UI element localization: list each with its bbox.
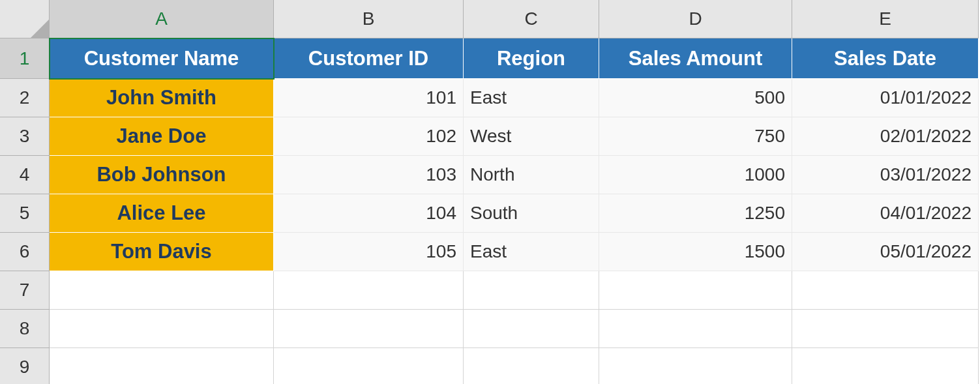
cell-a6[interactable]: Tom Davis: [50, 233, 274, 271]
cell-d8[interactable]: [599, 310, 792, 348]
cell-c5[interactable]: South: [464, 194, 599, 233]
cell-c6[interactable]: East: [464, 233, 599, 271]
cell-b7[interactable]: [274, 271, 464, 310]
cell-e7[interactable]: [792, 271, 979, 310]
row-header-3[interactable]: 3: [0, 117, 50, 156]
column-header-d[interactable]: D: [599, 0, 792, 38]
cell-e3[interactable]: 02/01/2022: [792, 117, 979, 156]
cell-b4[interactable]: 103: [274, 156, 464, 194]
cell-c8[interactable]: [464, 310, 599, 348]
cell-a9[interactable]: [50, 348, 274, 384]
cell-a1[interactable]: Customer Name: [50, 38, 274, 79]
cell-a4[interactable]: Bob Johnson: [50, 156, 274, 194]
select-all-corner[interactable]: [0, 0, 50, 38]
row-header-1[interactable]: 1: [0, 38, 50, 79]
cell-e6[interactable]: 05/01/2022: [792, 233, 979, 271]
row-header-7[interactable]: 7: [0, 271, 50, 310]
cell-a8[interactable]: [50, 310, 274, 348]
cell-b1[interactable]: Customer ID: [274, 38, 464, 79]
spreadsheet-grid: A B C D E 1 Customer Name Customer ID Re…: [0, 0, 980, 384]
row-header-6[interactable]: 6: [0, 233, 50, 271]
cell-c2[interactable]: East: [464, 79, 599, 117]
cell-a7[interactable]: [50, 271, 274, 310]
cell-b8[interactable]: [274, 310, 464, 348]
cell-b5[interactable]: 104: [274, 194, 464, 233]
cell-a2[interactable]: John Smith: [50, 79, 274, 117]
cell-d1[interactable]: Sales Amount: [599, 38, 792, 79]
column-header-c[interactable]: C: [464, 0, 599, 38]
cell-b6[interactable]: 105: [274, 233, 464, 271]
cell-b2[interactable]: 101: [274, 79, 464, 117]
row-header-4[interactable]: 4: [0, 156, 50, 194]
cell-e1[interactable]: Sales Date: [792, 38, 979, 79]
column-header-e[interactable]: E: [792, 0, 979, 38]
row-header-5[interactable]: 5: [0, 194, 50, 233]
column-header-a[interactable]: A: [50, 0, 274, 38]
cell-d7[interactable]: [599, 271, 792, 310]
cell-e4[interactable]: 03/01/2022: [792, 156, 979, 194]
cell-e5[interactable]: 04/01/2022: [792, 194, 979, 233]
row-header-2[interactable]: 2: [0, 79, 50, 117]
cell-b9[interactable]: [274, 348, 464, 384]
cell-d9[interactable]: [599, 348, 792, 384]
cell-e9[interactable]: [792, 348, 979, 384]
column-header-b[interactable]: B: [274, 0, 464, 38]
cell-e8[interactable]: [792, 310, 979, 348]
cell-b3[interactable]: 102: [274, 117, 464, 156]
row-header-8[interactable]: 8: [0, 310, 50, 348]
cell-d5[interactable]: 1250: [599, 194, 792, 233]
cell-d6[interactable]: 1500: [599, 233, 792, 271]
cell-c3[interactable]: West: [464, 117, 599, 156]
cell-c1[interactable]: Region: [464, 38, 599, 79]
cell-d3[interactable]: 750: [599, 117, 792, 156]
cell-a3[interactable]: Jane Doe: [50, 117, 274, 156]
cell-c9[interactable]: [464, 348, 599, 384]
row-header-9[interactable]: 9: [0, 348, 50, 384]
cell-d4[interactable]: 1000: [599, 156, 792, 194]
cell-c7[interactable]: [464, 271, 599, 310]
cell-a5[interactable]: Alice Lee: [50, 194, 274, 233]
cell-d2[interactable]: 500: [599, 79, 792, 117]
cell-e2[interactable]: 01/01/2022: [792, 79, 979, 117]
cell-c4[interactable]: North: [464, 156, 599, 194]
